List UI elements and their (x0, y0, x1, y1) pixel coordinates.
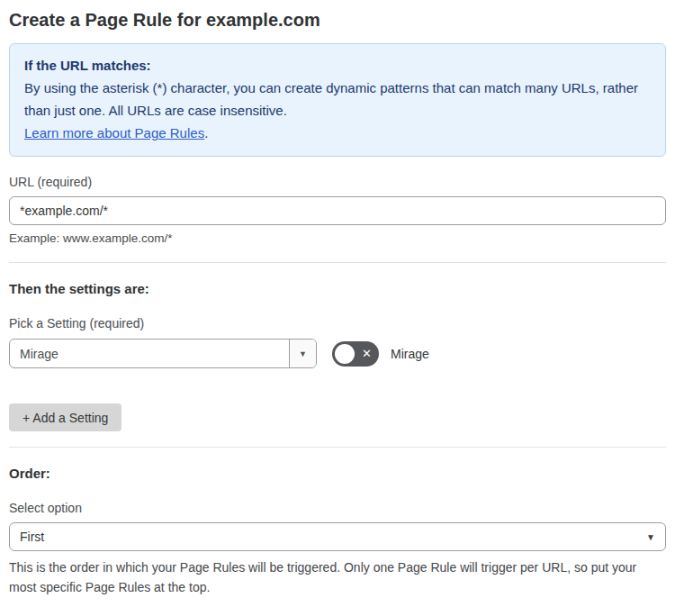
chevron-down-icon: ▼ (299, 349, 307, 358)
setting-picker-label: Pick a Setting (required) (9, 315, 666, 331)
link-period: . (204, 125, 208, 140)
setting-picker-row: Mirage ▼ ✕ Mirage (9, 339, 666, 368)
url-match-info-box: If the URL matches: By using the asteris… (9, 43, 666, 157)
chevron-down-icon: ▼ (646, 532, 655, 542)
divider (9, 447, 666, 448)
toggle-off-x-icon: ✕ (362, 348, 372, 359)
mirage-toggle[interactable]: ✕ (332, 341, 379, 367)
info-box-body-text: By using the asterisk (*) character, you… (24, 80, 638, 118)
order-select-label: Select option (9, 500, 666, 516)
settings-section-heading: Then the settings are: (9, 280, 666, 298)
order-select[interactable]: First ▼ (9, 522, 666, 551)
url-example-text: Example: www.example.com/* (9, 231, 666, 247)
order-select-value: First (20, 530, 44, 544)
info-box-heading: If the URL matches: (24, 54, 651, 77)
info-box-link-line: Learn more about Page Rules. (24, 122, 651, 144)
url-input[interactable] (9, 196, 666, 225)
divider (9, 262, 666, 263)
add-setting-button[interactable]: + Add a Setting (9, 403, 122, 431)
toggle-knob (335, 344, 355, 364)
setting-select[interactable]: Mirage ▼ (9, 339, 317, 368)
order-help-text: This is the order in which your Page Rul… (9, 557, 666, 597)
info-box-body: By using the asterisk (*) character, you… (24, 77, 651, 122)
url-field-label: URL (required) (9, 174, 666, 190)
toggle-label: Mirage (391, 347, 429, 361)
learn-more-link[interactable]: Learn more about Page Rules (24, 125, 204, 140)
order-section-heading: Order: (9, 465, 666, 483)
setting-select-value: Mirage (10, 340, 289, 367)
setting-select-arrow-button[interactable]: ▼ (289, 340, 316, 367)
page-title: Create a Page Rule for example.com (9, 7, 666, 32)
